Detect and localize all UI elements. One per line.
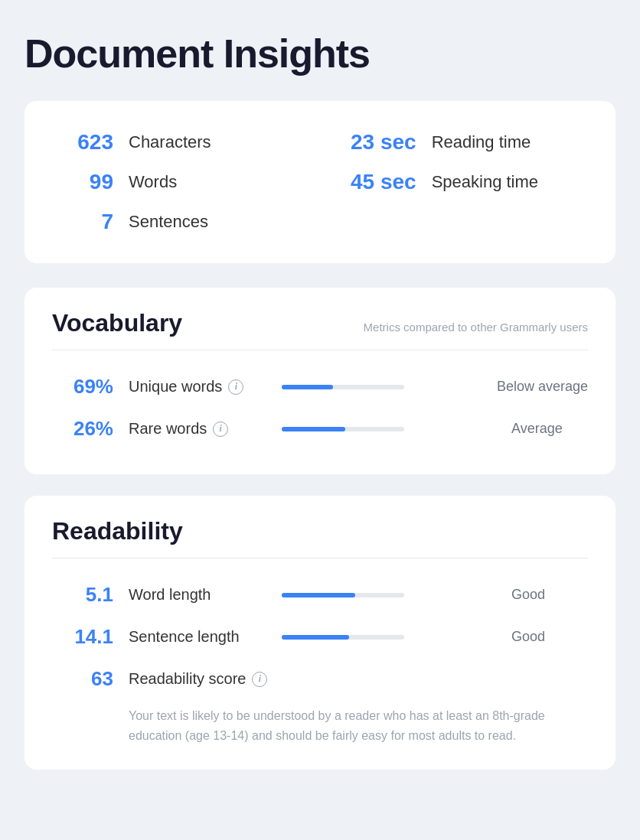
characters-value: 623 [52, 130, 113, 155]
page-title: Document Insights [24, 31, 616, 77]
page-container: Document Insights 623 Characters 99 Word… [0, 0, 640, 828]
word-length-progress-track [282, 593, 404, 597]
stat-speaking-time: 45 sec Speaking time [351, 162, 588, 202]
readability-section: Readability 5.1 Word length Good 14.1 Se… [24, 496, 616, 770]
unique-words-label: Unique words i [129, 378, 266, 396]
vocabulary-header: Vocabulary Metrics compared to other Gra… [52, 309, 588, 337]
vocabulary-subtitle: Metrics compared to other Grammarly user… [364, 321, 588, 334]
readability-score-description: Your text is likely to be understood by … [129, 706, 588, 745]
rare-words-progress-container [282, 427, 496, 431]
speaking-time-value: 45 sec [351, 170, 416, 194]
sentence-length-progress-container [282, 635, 496, 640]
sentence-length-value: 14.1 [52, 625, 113, 649]
metric-word-length: 5.1 Word length Good [52, 574, 588, 616]
unique-words-info-icon[interactable]: i [228, 379, 243, 395]
stat-sentences: 7 Sentences [52, 202, 320, 242]
speaking-time-label: Speaking time [432, 172, 538, 192]
characters-label: Characters [129, 132, 211, 152]
rare-words-label: Rare words i [129, 420, 266, 438]
vocabulary-title: Vocabulary [52, 309, 182, 337]
stats-card: 623 Characters 99 Words 7 Sentences 23 s… [24, 101, 616, 263]
word-length-value: 5.1 [52, 583, 113, 607]
rare-words-value: 26% [52, 417, 113, 441]
rare-words-progress-track [282, 427, 404, 431]
readability-divider [52, 558, 588, 558]
readability-score-info-icon[interactable]: i [252, 672, 267, 687]
rare-words-rating: Average [511, 421, 588, 437]
stats-left-column: 623 Characters 99 Words 7 Sentences [52, 122, 320, 242]
unique-words-progress-container [282, 385, 482, 389]
sentence-length-progress-track [282, 635, 404, 640]
unique-words-progress-fill [282, 385, 333, 389]
word-length-progress-container [282, 593, 496, 597]
reading-time-value: 23 sec [351, 130, 416, 155]
unique-words-progress-track [282, 385, 404, 389]
unique-words-value: 69% [52, 375, 113, 399]
readability-header: Readability [52, 517, 588, 545]
readability-score-label: Readability score i [129, 670, 267, 688]
stat-reading-time: 23 sec Reading time [351, 122, 588, 162]
word-length-progress-fill [282, 593, 355, 597]
word-length-rating: Good [511, 587, 588, 603]
sentence-length-progress-fill [282, 635, 349, 640]
readability-score-value: 63 [52, 667, 113, 691]
sentence-length-label: Sentence length [129, 628, 266, 646]
rare-words-progress-fill [282, 427, 345, 431]
vocabulary-section: Vocabulary Metrics compared to other Gra… [24, 288, 616, 474]
metric-rare-words: 26% Rare words i Average [52, 408, 588, 450]
stat-words: 99 Words [52, 162, 320, 202]
metric-unique-words: 69% Unique words i Below average [52, 366, 588, 408]
sentences-label: Sentences [129, 212, 208, 232]
stat-characters: 623 Characters [52, 122, 320, 162]
vocabulary-divider [52, 350, 588, 350]
metric-readability-score: 63 Readability score i [52, 658, 588, 700]
unique-words-rating: Below average [497, 379, 588, 395]
readability-title: Readability [52, 517, 183, 545]
rare-words-info-icon[interactable]: i [213, 422, 228, 437]
reading-time-label: Reading time [432, 132, 531, 152]
metric-sentence-length: 14.1 Sentence length Good [52, 616, 588, 658]
sentence-length-rating: Good [511, 629, 588, 645]
words-value: 99 [52, 170, 113, 194]
word-length-label: Word length [129, 586, 266, 604]
sentences-value: 7 [52, 210, 113, 234]
stats-right-column: 23 sec Reading time 45 sec Speaking time [320, 122, 588, 242]
words-label: Words [129, 172, 177, 192]
